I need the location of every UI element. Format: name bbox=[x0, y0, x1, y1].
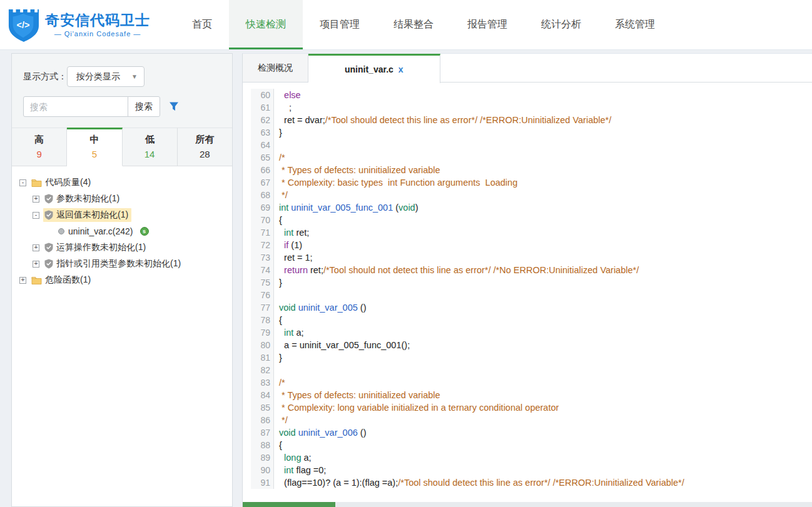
line-number: 74 bbox=[251, 264, 274, 276]
code-line: 85 * Complexity: long variable initializ… bbox=[243, 401, 812, 414]
severity-tab-2[interactable]: 中5 bbox=[67, 128, 122, 166]
expand-icon[interactable]: + bbox=[33, 196, 39, 203]
tree-item-label: 指针或引用类型参数未初始化(1) bbox=[56, 258, 181, 269]
code-line: 71 int ret; bbox=[243, 226, 812, 239]
line-number: 60 bbox=[251, 89, 274, 101]
line-number: 89 bbox=[251, 451, 274, 464]
line-number: 82 bbox=[251, 364, 274, 376]
line-number: 75 bbox=[251, 276, 274, 289]
line-number: 67 bbox=[251, 176, 274, 189]
line-number: 84 bbox=[251, 389, 274, 401]
line-number: 85 bbox=[251, 401, 274, 414]
code-text: ; bbox=[274, 101, 292, 114]
code-line: 84 * Types of defects: uninitialized var… bbox=[243, 389, 812, 401]
expand-icon[interactable]: + bbox=[33, 261, 39, 268]
folder-icon bbox=[31, 276, 42, 284]
search-button[interactable]: 搜索 bbox=[128, 96, 160, 117]
code-line: 89 long a; bbox=[243, 451, 812, 464]
code-text: else bbox=[274, 89, 301, 101]
expand-icon[interactable]: + bbox=[19, 277, 26, 284]
horizontal-scrollbar-thumb[interactable] bbox=[243, 502, 335, 507]
collapse-icon[interactable]: - bbox=[33, 212, 39, 219]
code-text: } bbox=[274, 351, 282, 364]
code-line: 79 int a; bbox=[243, 326, 812, 339]
severity-tab-count: 9 bbox=[12, 149, 66, 159]
code-line: 87void uninit_var_006 () bbox=[243, 426, 812, 439]
code-text: int uninit_var_005_func_001 (void) bbox=[274, 201, 419, 214]
code-text: } bbox=[274, 276, 282, 289]
tree-item[interactable]: uninit_var.c(242)s bbox=[46, 223, 227, 239]
folder-icon bbox=[31, 178, 42, 187]
code-text: /* bbox=[274, 376, 285, 389]
tree-item[interactable]: +运算操作数未初始化(1) bbox=[33, 239, 227, 256]
tree-item[interactable]: -返回值未初始化(1) bbox=[33, 207, 227, 223]
severity-tab-count: 14 bbox=[123, 149, 177, 159]
code-text: int ret; bbox=[274, 226, 309, 239]
tree-item-label: 代码质量(4) bbox=[45, 177, 91, 188]
severity-tabs: 高9中5低14所有28 bbox=[12, 128, 232, 166]
tree-item[interactable]: -代码质量(4) bbox=[19, 174, 227, 191]
tree-item[interactable]: +危险函数(1) bbox=[19, 272, 227, 288]
line-number: 91 bbox=[251, 476, 274, 489]
nav-item-6[interactable]: 统计分析 bbox=[524, 0, 598, 49]
severity-tab-label: 所有 bbox=[178, 134, 232, 146]
nav-item-1[interactable]: 首页 bbox=[175, 0, 229, 49]
code-text: int flag =0; bbox=[274, 464, 326, 476]
severity-tab-3[interactable]: 低14 bbox=[123, 128, 178, 166]
severity-tab-4[interactable]: 所有28 bbox=[178, 128, 232, 166]
severity-tab-count: 28 bbox=[178, 149, 232, 159]
code-text: * Types of defects: uninitialized variab… bbox=[274, 164, 440, 176]
doc-tab-label: uninit_var.c bbox=[345, 64, 393, 74]
close-tab-icon[interactable]: x bbox=[398, 64, 403, 74]
code-text bbox=[274, 289, 279, 301]
line-number: 86 bbox=[251, 414, 274, 426]
code-line: 78{ bbox=[243, 314, 812, 326]
doc-tab-label: 检测概况 bbox=[258, 63, 293, 74]
tree-item[interactable]: +参数未初始化(1) bbox=[33, 191, 227, 207]
tree-item-label: 参数未初始化(1) bbox=[56, 193, 119, 204]
line-number: 81 bbox=[251, 351, 274, 364]
severity-tab-count: 5 bbox=[67, 149, 121, 159]
code-line: 62 ret = dvar;/*Tool should detect this … bbox=[243, 114, 812, 126]
nav-item-7[interactable]: 系统管理 bbox=[598, 0, 672, 49]
display-mode-select[interactable]: 按分类显示 ▼ bbox=[67, 66, 145, 87]
line-number: 70 bbox=[251, 214, 274, 226]
main-nav: 首页快速检测项目管理结果整合报告管理统计分析系统管理 bbox=[175, 0, 672, 49]
expand-icon[interactable]: + bbox=[33, 244, 39, 251]
code-text bbox=[274, 139, 279, 151]
code-line: 77void uninit_var_005 () bbox=[243, 301, 812, 314]
nav-item-5[interactable]: 报告管理 bbox=[450, 0, 524, 49]
code-line: 82 bbox=[243, 364, 812, 376]
code-line: 64 bbox=[243, 139, 812, 151]
collapse-icon[interactable]: - bbox=[19, 179, 26, 186]
nav-item-2[interactable]: 快速检测 bbox=[229, 0, 303, 49]
code-line: 91 (flag==10)? (a = 1):(flag =a);/*Tool … bbox=[243, 476, 812, 489]
code-line: 73 ret = 1; bbox=[243, 251, 812, 264]
tree-item-label: 返回值未初始化(1) bbox=[56, 209, 128, 221]
line-number: 76 bbox=[251, 289, 274, 301]
display-mode-value: 按分类显示 bbox=[76, 71, 120, 83]
nav-item-3[interactable]: 项目管理 bbox=[303, 0, 377, 49]
code-text: } bbox=[274, 126, 282, 139]
tree-item[interactable]: +指针或引用类型参数未初始化(1) bbox=[33, 256, 227, 272]
code-line: 67 * Complexity: basic types int Functio… bbox=[243, 176, 812, 189]
nav-item-4[interactable]: 结果整合 bbox=[377, 0, 450, 49]
search-input[interactable] bbox=[23, 96, 128, 117]
filter-funnel-icon[interactable] bbox=[169, 101, 179, 112]
code-line: 81} bbox=[243, 351, 812, 364]
code-text: a = uninit_var_005_func_001(); bbox=[274, 339, 410, 351]
doc-tab-1[interactable]: 检测概况 bbox=[243, 54, 308, 82]
app-header: </> 奇安信代码卫士 — Qi'anxin Codesafe — 首页快速检测… bbox=[0, 0, 812, 50]
shield-icon bbox=[44, 243, 53, 253]
code-line: 60 else bbox=[243, 89, 812, 101]
horizontal-scrollbar[interactable] bbox=[243, 502, 812, 507]
line-number: 80 bbox=[251, 339, 274, 351]
code-text: /* bbox=[274, 151, 285, 164]
source-badge: s bbox=[140, 227, 149, 236]
doc-tab-2[interactable]: uninit_var.cx bbox=[308, 54, 440, 83]
tree-item-label: uninit_var.c(242) bbox=[68, 226, 133, 236]
code-line: 66 * Types of defects: uninitialized var… bbox=[243, 164, 812, 176]
code-text: int a; bbox=[274, 326, 304, 339]
code-text: */ bbox=[274, 189, 288, 201]
severity-tab-1[interactable]: 高9 bbox=[12, 128, 67, 166]
